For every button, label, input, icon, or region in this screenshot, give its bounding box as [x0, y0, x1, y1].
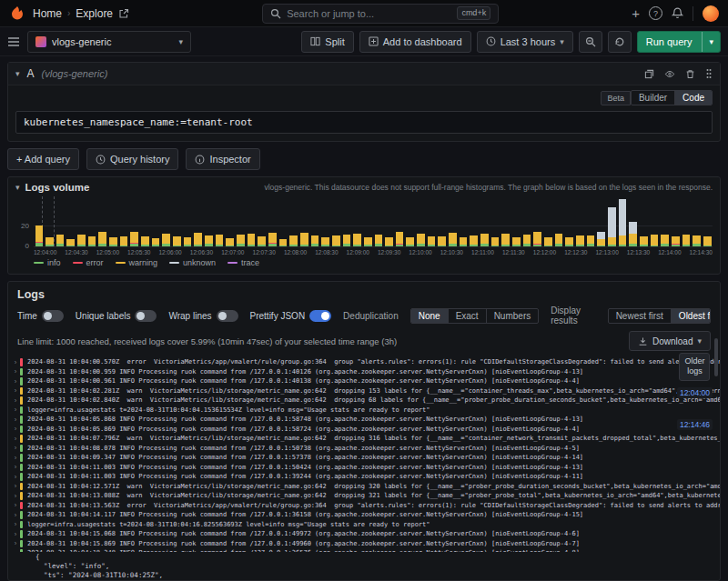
volume-bar[interactable]	[268, 196, 277, 246]
volume-bar[interactable]	[396, 196, 404, 246]
volume-bar[interactable]	[470, 196, 478, 246]
legend-item-warning[interactable]: warning	[116, 258, 158, 267]
volume-bar[interactable]	[406, 196, 414, 246]
volume-bar[interactable]	[523, 196, 531, 246]
query-history-button[interactable]: Query history	[86, 148, 178, 170]
expand-row-icon[interactable]: ›	[11, 530, 20, 538]
volume-bar[interactable]	[56, 196, 65, 246]
log-row[interactable]: ›2024-08-31 10:04:08.078 INFO Processing…	[11, 444, 720, 454]
query-row-header[interactable]: ▾ A (vlogs-generic)	[8, 63, 720, 85]
logs-scrollbar[interactable]	[714, 338, 718, 376]
expand-row-icon[interactable]: ›	[11, 454, 20, 462]
log-row[interactable]: ›2024-08-31 10:04:15.869 INFO Processing…	[11, 539, 720, 549]
log-row[interactable]: ›2024-08-31 10:04:13.088Z warn VictoriaM…	[11, 491, 720, 501]
volume-bar[interactable]	[501, 196, 510, 246]
duplicate-query-icon[interactable]	[644, 69, 654, 79]
breadcrumb-home[interactable]: Home	[33, 7, 62, 20]
older-logs-button[interactable]: Older logs	[679, 353, 710, 381]
volume-bar[interactable]	[258, 196, 266, 246]
dedup-option-numbers[interactable]: Numbers	[487, 309, 540, 323]
hide-query-eye-icon[interactable]	[664, 69, 675, 79]
toggle-wrap-lines[interactable]: Wrap lines	[168, 310, 238, 322]
builder-mode-button[interactable]: Builder	[632, 91, 675, 105]
query-expression-input[interactable]: kubernetes_namespace_name:=tenant-root	[15, 111, 713, 134]
log-row[interactable]: ›2024-08-31 10:04:05.868 INFO Processing…	[11, 415, 720, 425]
volume-bar[interactable]	[321, 196, 329, 246]
log-row[interactable]: ›2024-08-31 10:04:02.281Z warn VictoriaM…	[11, 386, 720, 396]
volume-bar[interactable]	[279, 196, 288, 246]
log-row[interactable]: ›logger=infra.usagestats t=2024-08-31T10…	[11, 520, 720, 530]
expand-row-icon[interactable]: ›	[11, 492, 20, 500]
log-row[interactable]: ›2024-08-31 10:04:07.796Z warn VictoriaM…	[11, 434, 720, 444]
expand-row-icon[interactable]: ›	[11, 473, 20, 481]
new-item-icon[interactable]: +	[632, 6, 640, 20]
expand-row-icon[interactable]: ›	[11, 386, 20, 395]
log-row[interactable]: ›2024-08-31 10:04:11.003 INFO Processing…	[11, 463, 720, 473]
volume-bar[interactable]	[237, 196, 245, 246]
datasource-picker[interactable]: vlogs-generic ▾	[27, 31, 191, 53]
volume-bar[interactable]	[364, 196, 372, 246]
volume-bar[interactable]	[640, 196, 648, 246]
expand-row-icon[interactable]: ›	[11, 511, 20, 519]
toggle-time[interactable]: Time	[17, 310, 64, 322]
volume-bar[interactable]	[619, 196, 627, 246]
delete-query-trash-icon[interactable]	[685, 69, 695, 79]
volume-bar[interactable]	[66, 196, 75, 246]
volume-bar[interactable]	[385, 196, 393, 246]
grafana-logo[interactable]	[9, 5, 25, 22]
volume-bar[interactable]	[353, 196, 361, 246]
toggle-switch[interactable]	[135, 310, 157, 322]
toggle-switch[interactable]	[217, 310, 238, 322]
volume-bar[interactable]	[332, 196, 340, 246]
volume-bar[interactable]	[597, 196, 605, 246]
legend-item-error[interactable]: error	[73, 258, 104, 267]
share-shortcut-icon[interactable]	[118, 8, 129, 19]
expand-row-icon[interactable]: ›	[11, 520, 20, 528]
log-row[interactable]: ›2024-08-31 10:04:14.117 INFO Processing…	[11, 510, 720, 520]
display-option-newest-first[interactable]: Newest first	[609, 309, 672, 323]
expand-row-icon[interactable]: ›	[11, 501, 20, 509]
volume-bar[interactable]	[449, 196, 457, 246]
volume-bar[interactable]	[629, 196, 637, 246]
volume-bar[interactable]	[438, 196, 446, 246]
toggle-unique-labels[interactable]: Unique labels	[76, 310, 157, 322]
collapse-logs-volume-icon[interactable]: ▾	[15, 183, 20, 192]
add-query-button[interactable]: + Add query	[7, 148, 79, 170]
volume-bar[interactable]	[544, 196, 552, 246]
expand-row-icon[interactable]: ›	[11, 367, 20, 376]
time-range-picker[interactable]: Last 3 hours ▾	[477, 31, 573, 53]
add-to-dashboard-button[interactable]: Add to dashboard	[359, 31, 471, 53]
global-search[interactable]: cmd+k	[262, 4, 499, 24]
log-row[interactable]: ›2024-08-31 10:04:11.003 INFO Processing…	[11, 472, 720, 482]
log-nav-time-end[interactable]: 12:14:46	[677, 419, 713, 430]
volume-bar[interactable]	[555, 196, 563, 246]
volume-bar[interactable]	[417, 196, 425, 246]
legend-item-trace[interactable]: trace	[228, 258, 259, 267]
log-row[interactable]: ›2024-08-31 10:04:12.571Z warn VictoriaM…	[11, 482, 720, 492]
volume-bar[interactable]	[205, 196, 213, 246]
volume-bar[interactable]	[88, 196, 96, 246]
expand-row-icon[interactable]: ›	[11, 482, 20, 490]
run-query-button[interactable]: Run query ▾	[637, 31, 721, 53]
volume-bar[interactable]	[216, 196, 224, 246]
volume-bar[interactable]	[533, 196, 541, 246]
volume-bar[interactable]	[661, 196, 669, 246]
volume-bar[interactable]	[651, 196, 659, 246]
notifications-bell-icon[interactable]	[672, 7, 683, 19]
volume-bar[interactable]	[194, 196, 202, 246]
volume-bar[interactable]	[672, 196, 680, 246]
log-row[interactable]: ›2024-08-31 10:04:09.347 INFO Processing…	[11, 453, 720, 463]
volume-bar[interactable]	[587, 196, 595, 246]
search-input[interactable]	[287, 8, 451, 19]
log-row[interactable]: ›2024-08-31 10:04:02.840Z warn VictoriaM…	[11, 396, 720, 406]
expand-row-icon[interactable]: ›	[11, 406, 20, 414]
volume-bar[interactable]	[120, 196, 128, 246]
volume-bar[interactable]	[226, 196, 234, 246]
dedup-option-exact[interactable]: Exact	[449, 309, 487, 323]
dedup-option-none[interactable]: None	[411, 309, 449, 323]
volume-bar[interactable]	[460, 196, 468, 246]
toggle-prettify-json[interactable]: Prettify JSON	[250, 310, 332, 322]
log-row[interactable]: ›2024-08-31 10:04:00.961 INFO Processing…	[11, 376, 720, 386]
inspector-button[interactable]: Inspector	[186, 148, 259, 170]
volume-bar[interactable]	[289, 196, 298, 246]
